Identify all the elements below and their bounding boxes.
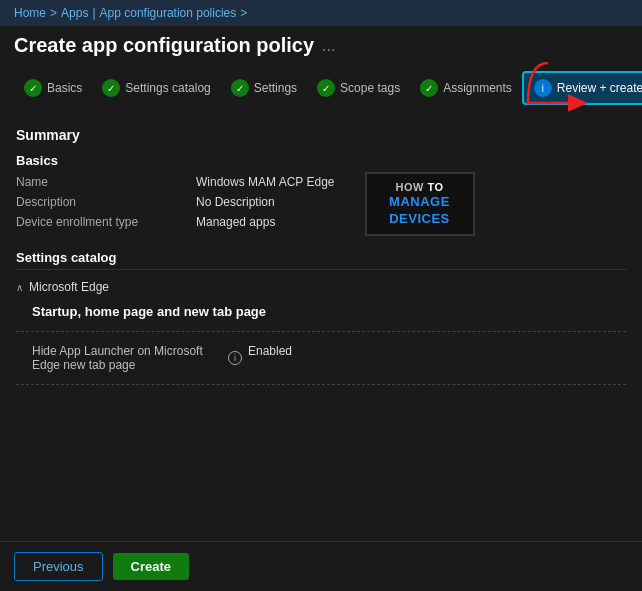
footer: Previous Create — [0, 541, 642, 591]
setting-label: Hide App Launcher on Microsoft Edge new … — [32, 344, 242, 372]
content-area: Summary Basics Name Windows MAM ACP Edge… — [0, 111, 642, 542]
description-value: No Description — [196, 195, 275, 209]
step-settings-check: ✓ — [231, 79, 249, 97]
step-scope-tags[interactable]: ✓ Scope tags — [307, 73, 410, 103]
step-settings-catalog-check: ✓ — [102, 79, 120, 97]
step-assignments-check: ✓ — [420, 79, 438, 97]
step-basics[interactable]: ✓ Basics — [14, 73, 92, 103]
breadcrumb: Home > Apps | App configuration policies… — [0, 0, 642, 26]
basics-subheader: Basics — [16, 147, 626, 172]
setting-label-text: Hide App Launcher on Microsoft Edge new … — [32, 344, 224, 372]
breadcrumb-policies[interactable]: App configuration policies — [100, 6, 237, 20]
breadcrumb-apps[interactable]: Apps — [61, 6, 88, 20]
breadcrumb-sep2: | — [92, 6, 95, 20]
step-assignments-label: Assignments — [443, 81, 512, 95]
step-review-create-info: i — [534, 79, 552, 97]
step-review-create-label: Review + create — [557, 81, 642, 95]
wizard-steps: ✓ Basics ✓ Settings catalog ✓ Settings ✓… — [0, 63, 642, 111]
name-label: Name — [16, 175, 196, 189]
watermark-devices: DEVICES — [389, 211, 450, 226]
more-options-icon[interactable]: ... — [322, 37, 335, 55]
breadcrumb-home[interactable]: Home — [14, 6, 46, 20]
watermark-how: HOW — [395, 181, 423, 193]
watermark-line1: HOW TO — [395, 180, 443, 194]
summary-header: Summary — [16, 121, 626, 147]
basics-row: Name Windows MAM ACP Edge Description No… — [16, 172, 626, 236]
breadcrumb-sep3: > — [240, 6, 247, 20]
catalog-item-title: Startup, home page and new tab page — [16, 298, 626, 323]
watermark-to: TO — [427, 181, 443, 193]
page-header: Create app configuration policy ... — [0, 26, 642, 63]
description-label: Description — [16, 195, 196, 209]
divider-bottom — [16, 384, 626, 385]
step-settings-catalog-label: Settings catalog — [125, 81, 210, 95]
step-basics-label: Basics — [47, 81, 82, 95]
watermark-line3: DEVICES — [389, 211, 450, 228]
step-assignments[interactable]: ✓ Assignments — [410, 73, 522, 103]
page-title: Create app configuration policy — [14, 34, 314, 57]
device-label: Device enrollment type — [16, 215, 196, 229]
catalog-group-name: Microsoft Edge — [29, 280, 109, 294]
step-review-create[interactable]: i Review + create — [522, 71, 642, 105]
settings-catalog-section: Settings catalog ∧ Microsoft Edge Startu… — [16, 244, 626, 385]
step-scope-tags-label: Scope tags — [340, 81, 400, 95]
step-basics-check: ✓ — [24, 79, 42, 97]
wizard-steps-container: ✓ Basics ✓ Settings catalog ✓ Settings ✓… — [0, 63, 642, 111]
create-button[interactable]: Create — [113, 553, 189, 580]
step-scope-tags-check: ✓ — [317, 79, 335, 97]
setting-row: Hide App Launcher on Microsoft Edge new … — [16, 340, 626, 376]
basics-fields: Name Windows MAM ACP Edge Description No… — [16, 172, 335, 232]
description-row: Description No Description — [16, 192, 335, 212]
watermark: HOW TO MANAGE DEVICES — [365, 172, 475, 236]
previous-button[interactable]: Previous — [14, 552, 103, 581]
step-settings-label: Settings — [254, 81, 297, 95]
catalog-group-title: ∧ Microsoft Edge — [16, 276, 626, 298]
divider-top — [16, 331, 626, 332]
breadcrumb-sep1: > — [50, 6, 57, 20]
name-row: Name Windows MAM ACP Edge — [16, 172, 335, 192]
catalog-group-edge: ∧ Microsoft Edge Startup, home page and … — [16, 269, 626, 385]
step-settings-catalog[interactable]: ✓ Settings catalog — [92, 73, 220, 103]
setting-value: Enabled — [248, 344, 292, 358]
device-row: Device enrollment type Managed apps — [16, 212, 335, 232]
watermark-manage: MANAGE — [389, 194, 450, 209]
step-settings[interactable]: ✓ Settings — [221, 73, 307, 103]
settings-catalog-header: Settings catalog — [16, 244, 626, 269]
watermark-line2: MANAGE — [389, 194, 450, 211]
chevron-down-icon: ∧ — [16, 282, 23, 293]
name-value: Windows MAM ACP Edge — [196, 175, 335, 189]
device-value: Managed apps — [196, 215, 275, 229]
setting-info-icon[interactable]: i — [228, 351, 242, 365]
